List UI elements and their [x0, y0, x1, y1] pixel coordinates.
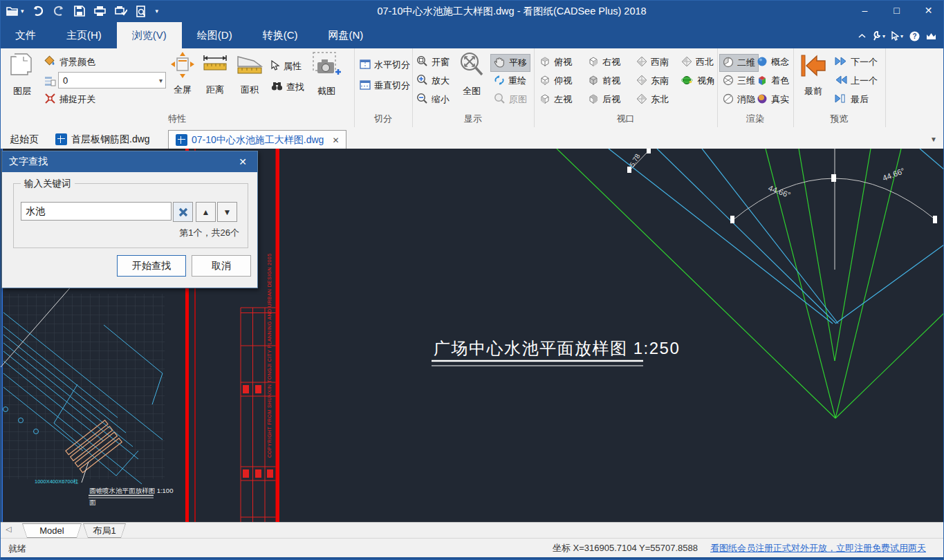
window-border — [0, 0, 944, 560]
